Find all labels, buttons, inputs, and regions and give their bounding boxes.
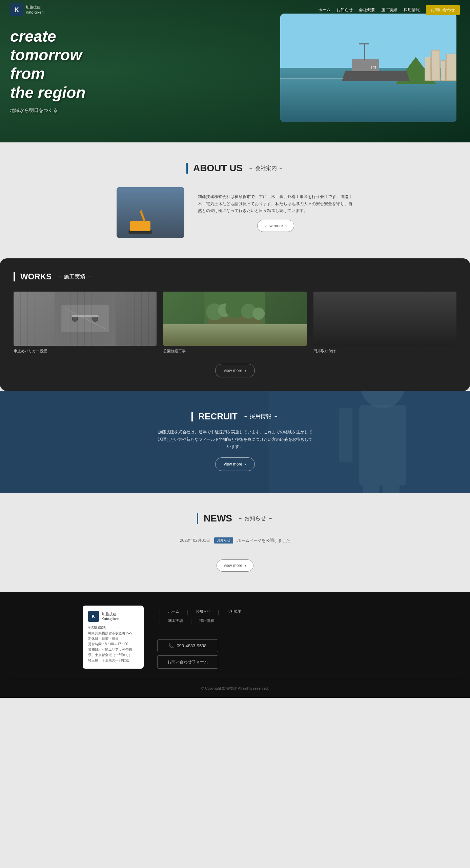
recruit-content: RECRUIT － 採用情報 － 加藤技建株式会社は、通年で中途採用を実施してい… [0, 391, 470, 478]
svg-point-4 [93, 316, 98, 321]
works-view-more[interactable]: view more [215, 364, 254, 377]
recruit-subtitle: － 採用情報 － [243, 413, 279, 420]
recruit-chevron-icon [244, 461, 246, 467]
footer-company-name: 加藤技建 Kato-giken [102, 612, 120, 622]
footer-logo-icon: K [88, 611, 99, 622]
works-subtitle: － 施工実績 － [57, 273, 93, 280]
svg-rect-0 [55, 292, 116, 346]
nav-works[interactable]: 施工実績 [381, 7, 397, 13]
footer-logo-area: K 加藤技建 Kato-giken 〒238-0025 神奈川県横須賀市衣笠町1… [83, 606, 144, 669]
footer-divider-3: ｜ [216, 609, 221, 616]
work-card-1: 車止めバリカー設置 [14, 292, 157, 354]
footer-address: 〒238-0025 神奈川県横須賀市衣笠町15-5 定休日：日曜・祝日 受付時間… [88, 625, 138, 663]
water [280, 79, 456, 122]
svg-rect-17 [252, 326, 254, 337]
buildings [425, 50, 456, 81]
footer-nav: ｜ ホーム ｜ お知らせ ｜ 会社概要 ｜ 施工実績 ｜ 採用情報 [157, 606, 388, 625]
svg-rect-7 [204, 326, 265, 346]
nav-about[interactable]: 会社概要 [359, 7, 375, 13]
nav-news[interactable]: お知らせ [336, 7, 353, 13]
footer-inner: K 加藤技建 Kato-giken 〒238-0025 神奈川県横須賀市衣笠町1… [83, 606, 388, 669]
about-text-area: 加藤技建株式会社は横須賀市で、主に土木工事、外構工事等を行う会社です。道路土木、… [198, 193, 354, 232]
news-section: NEWS － お知らせ － 2023年02月01日 お知らせ ホームページを公開… [0, 493, 470, 592]
building-1 [425, 57, 431, 81]
news-date-1: 2023年02月01日 [180, 538, 210, 544]
main-nav: ホーム お知らせ 会社概要 施工実績 採用情報 お問い合わせ [318, 5, 460, 15]
svg-rect-20 [354, 292, 415, 346]
work-label-2: 公園修繕工事 [163, 349, 306, 354]
ship: 107 [342, 54, 410, 81]
logo-icon: K [10, 3, 23, 16]
svg-rect-27 [407, 309, 412, 329]
phone-icon: 📞 [168, 643, 174, 648]
excavator [127, 211, 154, 231]
svg-rect-21 [371, 302, 399, 336]
news-chevron-icon [244, 563, 246, 569]
footer-nav-row-1: ｜ ホーム ｜ お知らせ ｜ 会社概要 [157, 609, 388, 616]
work-svg-1 [14, 292, 157, 346]
footer-nav-row-2: ｜ 施工実績 ｜ 採用情報 [157, 618, 388, 625]
footer-phone-button[interactable]: 📞 090-4833-9598 [157, 639, 218, 652]
ship-hull [342, 71, 410, 81]
footer-divider-1: ｜ [157, 609, 163, 616]
svg-rect-26 [358, 309, 363, 329]
svg-line-2 [65, 309, 105, 329]
footer-logo-box: K 加藤技建 Kato-giken [88, 611, 138, 622]
exc-body [130, 221, 150, 231]
exc-arm [140, 210, 146, 222]
recruit-title: RECRUIT － 採用情報 － [7, 411, 463, 422]
work-image-1 [14, 292, 157, 346]
svg-point-14 [252, 308, 265, 320]
nav-recruit[interactable]: 採用情報 [404, 7, 420, 13]
work-svg-3 [313, 292, 456, 346]
building-2 [431, 50, 440, 81]
work-label-1: 車止めバリカー設置 [14, 349, 157, 354]
svg-rect-23 [388, 305, 395, 332]
recruit-view-more[interactable]: view more [215, 457, 254, 471]
footer-nav-recruit[interactable]: 採用情報 [199, 618, 214, 625]
svg-rect-9 [204, 332, 265, 337]
works-heading: WORKS [20, 272, 52, 281]
footer-nav-works[interactable]: 施工実績 [168, 618, 183, 625]
footer-contact-button[interactable]: お問い合わせフォーム [157, 655, 218, 669]
footer-nav-home[interactable]: ホーム [168, 609, 179, 616]
hero-heading: create tomorrow from the region [10, 27, 85, 102]
hero-subtitle-jp: 地域から明日をつくる [10, 107, 85, 114]
building-3 [441, 60, 446, 81]
works-section: WORKS － 施工実績 － 車止めバリカー設置 [0, 258, 470, 391]
header: K 加藤技建 Kato-giken ホーム お知らせ 会社概要 施工実績 採用情… [0, 0, 470, 20]
footer-nav-about[interactable]: 会社概要 [227, 609, 242, 616]
about-image [117, 187, 184, 238]
svg-rect-19 [358, 298, 412, 339]
footer-buttons: 📞 090-4833-9598 お問い合わせフォーム [157, 639, 388, 669]
news-view-more[interactable]: view more [217, 559, 253, 572]
logo[interactable]: K 加藤技建 Kato-giken [10, 3, 44, 16]
svg-rect-16 [231, 326, 235, 339]
about-view-more[interactable]: view more [257, 220, 294, 232]
about-description: 加藤技建株式会社は横須賀市で、主に土木工事、外構工事等を行う会社です。道路土木、… [198, 193, 354, 214]
svg-rect-1 [61, 305, 109, 332]
work-card-2: 公園修繕工事 [163, 292, 306, 354]
nav-contact[interactable]: お問い合わせ [426, 5, 460, 15]
hero-image: 107 [280, 14, 456, 122]
svg-rect-5 [71, 315, 99, 317]
news-link-1[interactable]: ホームページを公開しました [237, 538, 290, 544]
recruit-heading: RECRUIT [198, 411, 238, 422]
footer-copyright: © Copyright 加藤技建 All rights reserved. [10, 679, 460, 691]
news-title: NEWS － お知らせ － [10, 513, 460, 524]
footer-nav-news[interactable]: お知らせ [196, 609, 210, 616]
hero-text: create tomorrow from the region 地域から明日をつ… [10, 27, 85, 114]
news-tag-1: お知らせ [214, 537, 233, 544]
recruit-description: 加藤技建株式会社は、通年で中途採用を実施しています。これまでの経験を生かして活躍… [157, 429, 313, 451]
work-image-2 [163, 292, 306, 346]
ship-mast [364, 43, 365, 60]
about-section: ABOUT US － 会社案内 － 加藤技建株式会社は横須賀市で、主に土木工事、… [0, 142, 470, 258]
chevron-icon [285, 223, 287, 229]
work-card-3: 門扉取り付け [313, 292, 456, 354]
nav-home[interactable]: ホーム [318, 7, 330, 13]
about-subtitle: － 会社案内 － [248, 165, 284, 172]
svg-rect-15 [211, 326, 214, 336]
footer-right: ｜ ホーム ｜ お知らせ ｜ 会社概要 ｜ 施工実績 ｜ 採用情報 📞 090 [157, 606, 388, 669]
building-4 [446, 54, 456, 81]
footer-left: K 加藤技建 Kato-giken 〒238-0025 神奈川県横須賀市衣笠町1… [83, 606, 144, 669]
